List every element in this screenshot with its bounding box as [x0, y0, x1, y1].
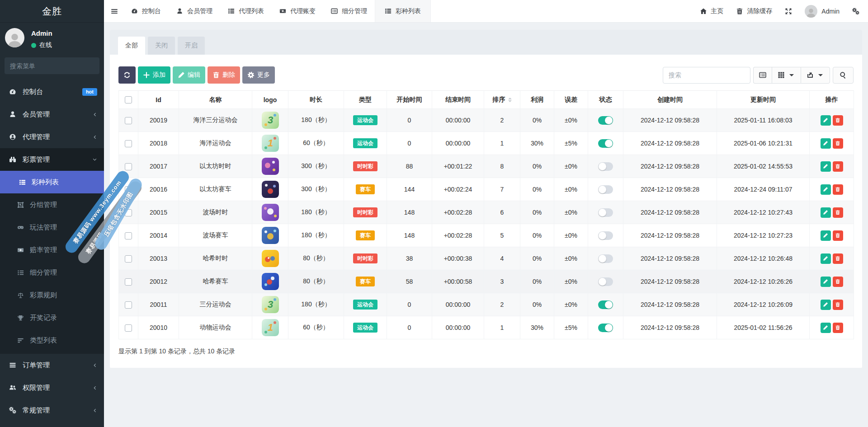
row-delete-button[interactable]	[833, 230, 843, 241]
search-button[interactable]	[833, 67, 854, 84]
status-toggle[interactable]	[598, 116, 613, 125]
row-edit-button[interactable]	[821, 300, 831, 310]
sidebar-item-label: 权限管理	[23, 384, 50, 392]
column-header-利润[interactable]: 利润	[520, 91, 554, 109]
row-checkbox[interactable]	[125, 163, 132, 170]
status-toggle[interactable]	[598, 254, 613, 263]
sidebar-subitem-彩票规则[interactable]: 彩票规则	[0, 284, 104, 306]
delete-button[interactable]: 删除	[208, 66, 240, 84]
table-row-20010: 20010动物运动会160（秒）运动会000:00:00130%±5%2024-…	[119, 316, 854, 339]
row-checkbox[interactable]	[125, 117, 132, 124]
column-header-排序[interactable]: 排序	[484, 91, 520, 109]
row-delete-button[interactable]	[833, 323, 843, 333]
columns-button[interactable]	[772, 67, 801, 84]
column-header-结束时间[interactable]: 结束时间	[432, 91, 484, 109]
sidebar-item-权限管理[interactable]: 权限管理	[0, 376, 104, 399]
row-delete-button[interactable]	[833, 277, 843, 287]
table-search-input[interactable]	[663, 67, 750, 84]
row-delete-button[interactable]	[833, 161, 843, 172]
column-header-误差[interactable]: 误差	[554, 91, 588, 109]
sidebar-search-input[interactable]	[10, 62, 94, 70]
export-button[interactable]	[801, 67, 830, 84]
column-header-Id[interactable]: Id	[138, 91, 179, 109]
settings-button[interactable]	[846, 0, 866, 22]
add-button[interactable]: 添加	[138, 66, 170, 84]
row-checkbox[interactable]	[125, 232, 132, 239]
sidebar-subitem-类型列表[interactable]: 类型列表	[0, 329, 104, 352]
sidebar-subitem-开奖记录[interactable]: 开奖记录	[0, 306, 104, 329]
row-delete-button[interactable]	[833, 184, 843, 195]
status-toggle[interactable]	[598, 162, 613, 171]
status-toggle[interactable]	[598, 139, 613, 148]
cell-type: 时时彩	[344, 155, 387, 178]
row-delete-button[interactable]	[833, 300, 843, 310]
sidebar-subitem-彩种列表[interactable]: 彩种列表	[0, 171, 104, 193]
column-header-创建时间[interactable]: 创建时间	[623, 91, 717, 109]
sidebar-item-常规管理[interactable]: 常规管理	[0, 399, 104, 422]
sidebar-item-订单管理[interactable]: 订单管理	[0, 354, 104, 376]
row-edit-button[interactable]	[821, 207, 831, 218]
nav-tab-细分管理[interactable]: 细分管理	[323, 0, 375, 22]
status-toggle[interactable]	[598, 208, 613, 217]
user-menu[interactable]: Admin	[798, 0, 846, 22]
sort-icon[interactable]	[508, 98, 512, 102]
filter-tab-关闭[interactable]: 关闭	[148, 37, 175, 55]
row-checkbox[interactable]	[125, 278, 132, 286]
nav-tab-控制台[interactable]: 控制台	[123, 0, 169, 22]
home-button[interactable]: 主页	[693, 0, 730, 22]
list-alt-icon	[759, 71, 766, 79]
column-header-操作[interactable]: 操作	[810, 91, 854, 109]
cell-operations	[810, 247, 854, 270]
row-edit-button[interactable]	[821, 138, 831, 149]
sidebar-item-代理管理[interactable]: 代理管理	[0, 126, 104, 148]
row-edit-button[interactable]	[821, 115, 831, 126]
column-header-时长[interactable]: 时长	[288, 91, 344, 109]
row-checkbox[interactable]	[125, 324, 132, 332]
row-edit-button[interactable]	[821, 277, 831, 287]
row-checkbox[interactable]	[125, 255, 132, 263]
more-button[interactable]: 更多	[242, 66, 275, 84]
sidebar-item-彩票管理[interactable]: 彩票管理	[0, 148, 104, 171]
column-header-类型[interactable]: 类型	[344, 91, 387, 109]
row-edit-button[interactable]	[821, 323, 831, 333]
sidebar-item-会员管理[interactable]: 会员管理	[0, 103, 104, 126]
row-edit-button[interactable]	[821, 230, 831, 241]
common-search-button[interactable]	[753, 67, 772, 84]
sidebar-subitem-细分管理[interactable]: 细分管理	[0, 261, 104, 284]
row-checkbox[interactable]	[125, 140, 132, 147]
status-toggle[interactable]	[598, 300, 613, 309]
select-all-checkbox[interactable]	[125, 96, 132, 103]
column-header-名称[interactable]: 名称	[179, 91, 252, 109]
sidebar-item-控制台[interactable]: 控制台hot	[0, 80, 104, 103]
nav-tab-代理账变[interactable]: 代理账变	[272, 0, 323, 22]
column-header-logo[interactable]: logo	[252, 91, 288, 109]
column-header-状态[interactable]: 状态	[588, 91, 623, 109]
filter-tab-全部[interactable]: 全部	[118, 37, 145, 55]
edit-button[interactable]: 编辑	[173, 66, 205, 84]
row-edit-button[interactable]	[821, 184, 831, 195]
row-delete-button[interactable]	[833, 207, 843, 218]
cell-sort: 3	[484, 270, 520, 293]
nav-tab-会员管理[interactable]: 会员管理	[169, 0, 220, 22]
row-edit-button[interactable]	[821, 253, 831, 264]
status-toggle[interactable]	[598, 324, 613, 332]
row-checkbox[interactable]	[125, 301, 132, 309]
column-header-checkbox	[119, 91, 138, 109]
row-edit-button[interactable]	[821, 161, 831, 172]
row-delete-button[interactable]	[833, 138, 843, 149]
sidebar-toggle-button[interactable]	[104, 0, 123, 22]
row-delete-button[interactable]	[833, 115, 843, 126]
nav-tab-代理列表[interactable]: 代理列表	[220, 0, 272, 22]
refresh-button[interactable]	[118, 66, 136, 84]
column-header-开始时间[interactable]: 开始时间	[387, 91, 432, 109]
column-header-更新时间[interactable]: 更新时间	[717, 91, 810, 109]
filter-tab-开启[interactable]: 开启	[178, 37, 205, 55]
row-delete-button[interactable]	[833, 253, 843, 264]
status-toggle[interactable]	[598, 185, 613, 194]
nav-tab-彩种列表[interactable]: 彩种列表	[375, 0, 431, 22]
status-toggle[interactable]	[598, 277, 613, 286]
clear-cache-button[interactable]: 清除缓存	[730, 0, 778, 22]
fullscreen-button[interactable]	[778, 0, 798, 22]
status-toggle[interactable]	[598, 231, 613, 240]
table-toolbar: 添加 编辑 删除 更多	[118, 66, 854, 84]
